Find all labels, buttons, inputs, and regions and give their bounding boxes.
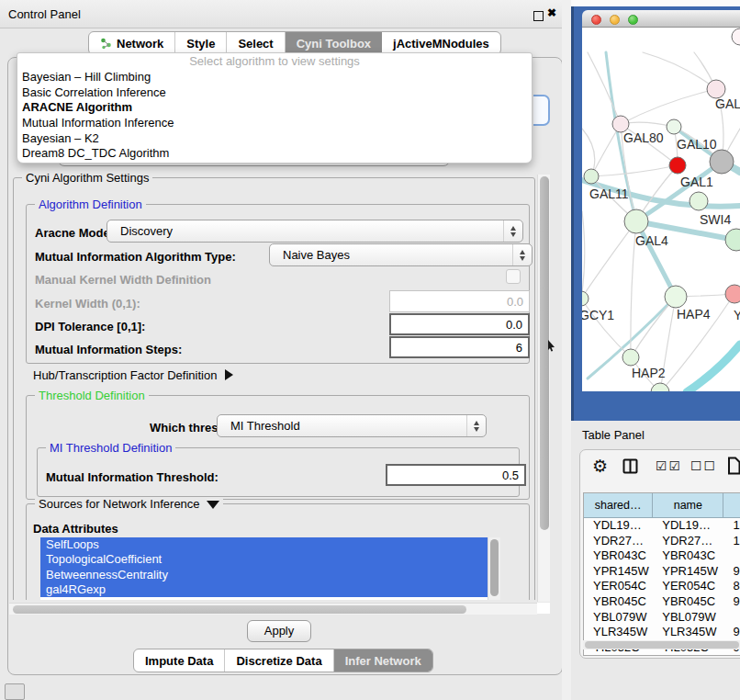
node-label: GAL [715, 96, 740, 111]
network-node[interactable] [582, 291, 589, 306]
dpi-tolerance-field[interactable]: 0.0 [389, 313, 530, 335]
tab-impute-data[interactable]: Impute Data [134, 649, 225, 672]
column-header-0[interactable]: shared… [584, 493, 653, 517]
attribute-list-item[interactable]: SelfLoops [40, 537, 500, 552]
table-cell: 13 [723, 518, 740, 534]
tab-network[interactable]: Network [89, 32, 175, 54]
hub-definition-expander[interactable]: Hub/Transcription Factor Definition [33, 368, 233, 382]
table-cell: YBR043C [653, 548, 723, 564]
network-edge[interactable] [582, 211, 585, 299]
network-node[interactable] [710, 150, 734, 174]
bottom-left-panel-icon[interactable] [5, 683, 25, 700]
dpi-tolerance-label: DPI Tolerance [0,1]: [35, 320, 145, 333]
network-window-titlebar[interactable] [582, 10, 740, 28]
network-icon [100, 38, 112, 50]
attribute-list-item[interactable]: gal4RGexp [40, 582, 500, 597]
node-label: GAL11 [589, 186, 629, 201]
algorithm-option[interactable]: Bayesian – Hill Climbing [17, 70, 532, 85]
network-edge[interactable] [591, 165, 678, 176]
document-icon[interactable] [727, 457, 740, 478]
data-attributes-list[interactable]: SelfLoopsTopologicalCoefficientBetweenne… [40, 537, 500, 600]
network-edge[interactable] [687, 344, 740, 391]
tab-cyni-toolbox[interactable]: Cyni Toolbox [286, 32, 382, 54]
tab-discretize-data[interactable]: Discretize Data [225, 649, 333, 672]
manual-kernel-checkbox[interactable] [506, 269, 521, 284]
columns-icon[interactable] [622, 458, 638, 477]
close-panel-icon[interactable]: ✖ [547, 6, 556, 19]
apply-button[interactable]: Apply [247, 620, 311, 642]
algorithm-option[interactable]: ARACNE Algorithm [17, 100, 532, 116]
kernel-width-field[interactable]: 0.0 [389, 290, 530, 312]
attributes-scrollbar[interactable] [488, 537, 500, 600]
table-scroll-thumb[interactable] [585, 641, 739, 649]
network-node[interactable] [690, 192, 708, 210]
network-node[interactable] [707, 80, 725, 98]
table-cell [723, 548, 740, 564]
zoom-traffic-light-icon[interactable] [628, 15, 638, 25]
table-row[interactable]: YBL079WYBL079W [584, 610, 740, 626]
float-panel-icon[interactable] [533, 11, 544, 21]
mi-type-combo[interactable]: Naive Bayes [269, 243, 533, 266]
network-node[interactable] [665, 286, 687, 308]
table-row[interactable]: YDL19…YDL19…13 [584, 518, 740, 534]
attribute-list-item[interactable]: BetweennessCentrality [40, 568, 500, 582]
network-node[interactable] [622, 349, 639, 366]
algorithm-option[interactable]: Dream8 DC_TDC Algorithm [17, 146, 532, 162]
algorithm-option[interactable]: Basic Correlation Inference [17, 85, 532, 101]
horizontal-scroll-thumb[interactable] [13, 605, 466, 614]
select-all-checkboxes-icon[interactable]: ☑☑ [656, 458, 682, 473]
sources-expander[interactable]: Sources for Network Inference [35, 497, 223, 511]
network-node[interactable] [669, 157, 686, 174]
tab-select[interactable]: Select [227, 32, 285, 54]
column-header-2[interactable]: A [723, 493, 740, 517]
close-traffic-light-icon[interactable] [591, 15, 601, 25]
aracne-mode-combo[interactable]: Discovery [107, 220, 523, 243]
table-row[interactable]: YBR045CYBR045C9. [584, 594, 740, 610]
attribute-list-item[interactable]: TopologicalCoefficient [40, 552, 500, 567]
settings-vertical-scrollbar[interactable] [537, 175, 550, 602]
expand-down-icon [207, 501, 219, 509]
tab-infer-network[interactable]: Infer Network [334, 649, 432, 672]
table-cell: YDR27… [584, 534, 653, 549]
tab-jactivemnodules[interactable]: jActiveMNodules [382, 32, 500, 54]
tab-style[interactable]: Style [175, 32, 227, 54]
mi-threshold-field[interactable]: 0.5 [386, 464, 526, 486]
which-threshold-combo[interactable]: MI Threshold [217, 414, 487, 437]
panel-divider[interactable] [562, 0, 571, 700]
network-edge[interactable] [588, 52, 621, 124]
network-node[interactable] [584, 169, 599, 184]
minimize-traffic-light-icon[interactable] [610, 15, 620, 25]
network-node[interactable] [624, 209, 648, 233]
table-horizontal-scrollbar[interactable] [583, 640, 740, 649]
network-edge[interactable] [591, 124, 621, 176]
network-edge[interactable] [643, 52, 716, 89]
table-cell: YBR045C [653, 594, 723, 610]
algorithm-combo-focus-edge[interactable] [533, 95, 550, 126]
network-edge[interactable] [582, 221, 636, 299]
table-row[interactable]: YER054CYER054C8. [584, 579, 740, 594]
network-edge[interactable] [621, 89, 716, 124]
algorithm-option[interactable]: Mutual Information Inference [17, 116, 532, 131]
table-cell: YDR27… [653, 534, 723, 549]
mi-steps-field[interactable]: 6 [389, 336, 530, 358]
network-node[interactable] [732, 28, 740, 45]
algorithm-option[interactable]: Bayesian – K2 [17, 131, 532, 147]
table-row[interactable]: YDR27…YDR27…12 [584, 534, 740, 549]
settings-horizontal-scrollbar[interactable] [9, 603, 537, 615]
table-row[interactable]: YLR345WYLR345W9. [584, 625, 740, 640]
network-node[interactable] [725, 285, 740, 303]
table-cell: YPR145W [584, 564, 653, 580]
combo-stepper-icon [503, 220, 522, 242]
tab-label: Infer Network [345, 654, 421, 668]
network-canvas[interactable]: GALGAL80GAL10GAL1GAL11SWI4GAL4GCY1HAP4YH… [582, 28, 740, 391]
combo-stepper-icon [512, 244, 532, 265]
network-node[interactable] [667, 119, 681, 134]
table-row[interactable]: YBR043CYBR043C [584, 548, 740, 564]
deselect-all-checkboxes-icon[interactable]: ☐☐ [690, 458, 717, 473]
network-node[interactable] [725, 229, 740, 251]
gear-icon[interactable]: ⚙ [592, 456, 608, 476]
tab-label: Style [186, 37, 215, 51]
table-cell: 9. [723, 564, 740, 580]
column-header-1[interactable]: name [653, 493, 723, 517]
table-row[interactable]: YPR145WYPR145W9. [584, 564, 740, 580]
